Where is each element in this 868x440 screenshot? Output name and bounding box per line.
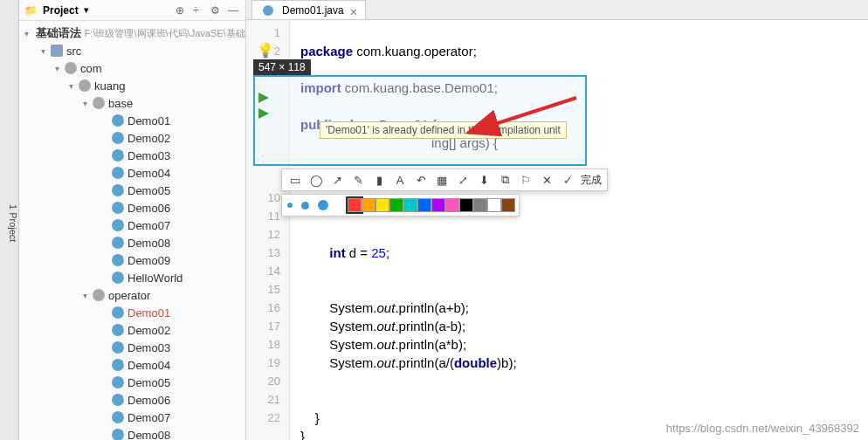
dropdown-arrow-icon[interactable]: ▾: [84, 4, 89, 16]
hide-icon[interactable]: —: [228, 4, 240, 17]
tree-root[interactable]: ▾基础语法 F:\班级管理\网课班\代码\JavaSE\基础: [19, 24, 245, 42]
tab-label: Demo01.java: [282, 4, 344, 17]
attach-tool-icon[interactable]: ⤢: [455, 172, 471, 188]
snip-toolbar: ▭ ◯ ↗ ✎ ▮ A ↶ ▦ ⤢ ⬇ ⧉ ⚐ ✕ ✓ 完成: [281, 168, 608, 191]
tree-label: base: [108, 97, 133, 110]
svg-marker-1: [258, 108, 269, 119]
tree-src[interactable]: ▾src: [19, 42, 245, 59]
snip-dimensions-badge: 547 × 118: [253, 59, 311, 75]
undo-icon[interactable]: ↶: [413, 172, 429, 188]
tree-class-item[interactable]: Demo07: [19, 217, 245, 234]
size-medium-icon[interactable]: [301, 202, 309, 210]
color-swatch[interactable]: [417, 198, 431, 212]
editor-tab[interactable]: Demo01.java ✕: [251, 0, 366, 19]
tree-class-item[interactable]: Demo03: [19, 339, 245, 356]
color-swatch[interactable]: [459, 198, 473, 212]
tree-class-item[interactable]: Demo01: [19, 304, 245, 321]
download-icon[interactable]: ⬇: [476, 172, 492, 188]
tree-class-item[interactable]: Demo04: [19, 164, 245, 182]
gear-icon[interactable]: ⚙: [210, 4, 223, 17]
project-panel: 📁 Project ▾ ⊕ ÷ ⚙ — ▾基础语法 F:\班级管理\网课班\代码…: [19, 0, 246, 440]
copy-icon[interactable]: ⧉: [497, 172, 513, 188]
tree-class-item[interactable]: Demo06: [19, 199, 245, 217]
class-icon: [263, 5, 273, 16]
tree-label: 基础语法: [36, 25, 81, 41]
tree-label: operator: [108, 289, 150, 302]
tree-class-item[interactable]: Demo03: [19, 147, 245, 164]
tree-class-item[interactable]: Demo06: [19, 391, 245, 409]
tree-class-item[interactable]: Demo05: [19, 374, 245, 391]
cancel-icon[interactable]: ✕: [539, 172, 555, 188]
side-tab-project[interactable]: 1 Project: [0, 0, 19, 440]
size-large-icon[interactable]: [318, 200, 328, 210]
tree-label: src: [66, 45, 81, 58]
editor-tabbar: Demo01.java ✕: [246, 0, 868, 20]
text-tool-icon[interactable]: A: [392, 172, 408, 188]
pin-icon[interactable]: ⚐: [518, 172, 534, 188]
rect-tool-icon[interactable]: ▭: [287, 172, 303, 188]
color-swatch[interactable]: [431, 198, 445, 212]
collapse-icon[interactable]: ÷: [193, 4, 205, 17]
tree-class-item[interactable]: Demo01: [19, 112, 245, 129]
tree-pkg-com[interactable]: ▾com: [19, 59, 245, 77]
color-swatch[interactable]: [445, 198, 459, 212]
tree-pkg-kuang[interactable]: ▾kuang: [19, 77, 245, 94]
tree-class-item[interactable]: Demo04: [19, 356, 245, 374]
target-icon[interactable]: ⊕: [176, 4, 188, 17]
tree-class-item[interactable]: Demo05: [19, 182, 245, 199]
ellipse-tool-icon[interactable]: ◯: [308, 172, 324, 188]
editor-area: Demo01.java ✕ 123 1011121314151617181920…: [246, 0, 868, 440]
arrow-tool-icon[interactable]: ↗: [329, 172, 345, 188]
intention-bulb-icon[interactable]: 💡: [257, 42, 274, 58]
size-small-icon[interactable]: [287, 203, 293, 208]
watermark: https://blog.csdn.net/weixin_43968392: [666, 422, 859, 435]
tree-class-item[interactable]: Demo07: [19, 409, 245, 426]
color-swatch[interactable]: [403, 198, 417, 212]
tree-class-item[interactable]: Demo02: [19, 129, 245, 147]
project-icon: 📁: [24, 4, 38, 17]
tree-path: F:\班级管理\网课班\代码\JavaSE\基础: [85, 27, 245, 40]
tree-pkg-operator[interactable]: ▾operator: [19, 286, 245, 304]
screenshot-selection[interactable]: [253, 75, 587, 166]
pencil-tool-icon[interactable]: ✎: [350, 172, 366, 188]
color-swatch[interactable]: [473, 198, 487, 212]
marker-tool-icon[interactable]: ▮: [371, 172, 387, 188]
panel-title: Project: [43, 4, 79, 17]
tree-class-item[interactable]: Demo08: [19, 426, 245, 440]
color-palette: [281, 194, 520, 217]
tree-class-item[interactable]: HelloWorld: [19, 269, 245, 286]
color-swatch[interactable]: [389, 198, 403, 212]
color-swatch[interactable]: [348, 198, 362, 212]
color-swatch[interactable]: [375, 198, 389, 212]
close-icon[interactable]: ✕: [349, 6, 358, 15]
tree-class-item[interactable]: Demo02: [19, 321, 245, 339]
done-button[interactable]: 完成: [581, 173, 602, 188]
color-swatch[interactable]: [362, 198, 375, 212]
tree-class-item[interactable]: Demo08: [19, 234, 245, 251]
run-gutter-icon[interactable]: [258, 108, 269, 119]
panel-header: 📁 Project ▾ ⊕ ÷ ⚙ —: [19, 0, 245, 21]
mosaic-tool-icon[interactable]: ▦: [434, 172, 450, 188]
confirm-icon[interactable]: ✓: [560, 172, 575, 188]
color-swatch[interactable]: [487, 198, 501, 212]
tree-class-item[interactable]: Demo09: [19, 251, 245, 269]
run-gutter-icon[interactable]: [258, 93, 269, 103]
tree-pkg-base[interactable]: ▾base: [19, 94, 245, 112]
error-tooltip: 'Demo01' is already defined in this comp…: [320, 121, 567, 139]
tree-label: kuang: [94, 79, 125, 93]
project-tree[interactable]: ▾基础语法 F:\班级管理\网课班\代码\JavaSE\基础 ▾src ▾com…: [19, 21, 245, 440]
svg-marker-0: [258, 93, 269, 103]
tree-label: com: [80, 62, 102, 75]
color-swatch[interactable]: [501, 198, 515, 212]
